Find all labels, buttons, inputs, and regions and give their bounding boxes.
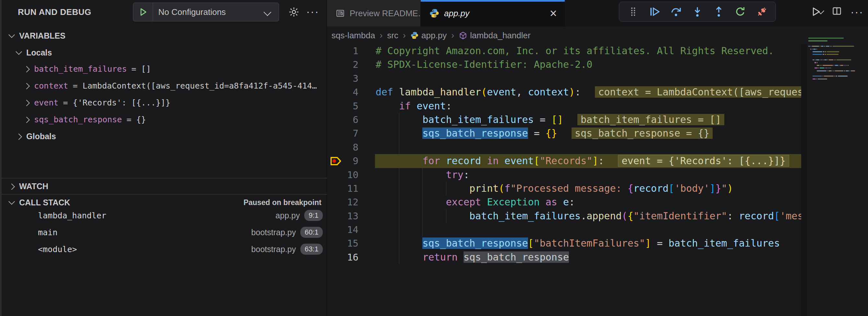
code-line[interactable]: 6batch_item_failures = []batch_item_fail… [327,113,801,127]
line-number[interactable]: 11 [327,182,359,195]
split-editor-icon[interactable] [832,6,842,18]
line-number[interactable]: 2 [327,58,359,71]
token: return [422,251,457,263]
code-line[interactable]: 4def lambda_handler(event, context):cont… [327,85,801,99]
token: : [727,210,739,222]
run-python-file-icon[interactable] [811,6,823,17]
launch-config-dropdown[interactable]: No Configurations [133,3,279,22]
chevron-right-icon [23,100,30,106]
stack-frame-row[interactable]: <module> bootstrap.py 63:1 [2,242,329,257]
code-line[interactable]: 10try: [327,168,801,182]
line-number[interactable]: 8 [327,140,359,154]
globals-group[interactable]: Globals [2,129,329,144]
call-stack-section-header[interactable]: CALL STACK Paused on breakpoint [2,195,329,210]
line-number[interactable]: 3 [327,72,359,85]
code-line[interactable]: 7sqs_batch_response = {}sqs_batch_respon… [327,127,801,140]
code-line[interactable]: 3 [327,72,801,85]
continue-icon[interactable] [645,3,664,20]
token: except [446,196,481,208]
tab-preview-readme[interactable]: Preview README.md [327,0,421,27]
line-number[interactable]: 4 [327,85,359,99]
variable-row[interactable]: batch_item_failures = [] [2,62,329,76]
variable-row[interactable]: context = LambdaContext([aws_request_id=… [2,78,329,93]
minimap-line [808,65,867,66]
variable-value: = [] [131,64,151,74]
chevron-down-icon [16,48,22,55]
token [499,155,504,166]
step-into-icon[interactable] [688,3,707,20]
stack-frame-row[interactable]: lambda_handler app.py 9:1 [2,208,329,223]
line-number[interactable]: 1 [327,44,359,58]
breadcrumb-item[interactable]: src [387,31,398,40]
chevron-separator: › [402,31,406,40]
code-line[interactable]: 13batch_item_failures.append({"itemIdent… [327,209,801,223]
minimap[interactable] [808,38,867,86]
code-editor[interactable]: 1# Copyright Amazon.com, Inc. or its aff… [327,44,801,316]
variable-row[interactable]: sqs_batch_response = {} [2,112,329,127]
code-line[interactable]: 2# SPDX-License-Identifier: Apache-2.0 [327,58,801,71]
minimap-line [808,38,867,39]
token: { [628,210,633,222]
line-number[interactable]: 6 [327,113,359,127]
variable-row[interactable]: event = {'Records': [{...}]} [2,95,329,110]
line-number[interactable]: 16 [327,250,359,264]
more-actions-icon[interactable]: ··· [850,5,864,18]
token: # Copyright Amazon.com, Inc. or its affi… [376,45,774,57]
gripper-icon[interactable] [624,3,643,20]
debug-toolbar [619,2,776,22]
code-text: except Exception as e: [376,195,575,209]
call-stack-header-label: CALL STACK [19,198,70,207]
chevron-separator: › [379,31,383,40]
tab-label: Preview README.md [350,8,432,19]
code-line[interactable]: 5if event: [327,99,801,113]
line-number[interactable]: 10 [327,168,359,182]
code-line[interactable]: 16return sqs_batch_response [327,250,801,264]
code-line[interactable]: 14 [327,223,801,236]
line-number[interactable]: 13 [327,209,359,223]
symbol-method-icon [459,31,467,40]
breadcrumb-item[interactable]: app.py [410,31,447,40]
code-line[interactable]: 11print(f"Processed message: {record['bo… [327,182,801,195]
start-debug-icon[interactable] [133,3,153,21]
code-line[interactable]: 1# Copyright Amazon.com, Inc. or its aff… [327,44,801,58]
minimap-line [808,59,867,60]
watch-section-header[interactable]: WATCH [2,179,329,193]
code-text: sqs_batch_response = {}sqs_batch_respons… [376,127,713,140]
restart-icon[interactable] [731,3,750,20]
breadcrumb-item[interactable]: lambda_handler [459,31,530,40]
inline-debug-value: sqs_batch_response = {} [571,127,713,139]
code-line[interactable]: 9for record in event["Records"]:event = … [327,154,801,168]
more-actions-icon[interactable]: ··· [304,3,321,20]
frame-position-badge: 60:1 [300,227,323,238]
breadcrumb-item[interactable]: sqs-lambda [332,31,375,40]
disconnect-icon[interactable] [752,3,771,20]
code-line[interactable]: 8 [327,140,801,154]
token [557,196,563,208]
token: sqs_batch_response [464,251,569,263]
line-number[interactable]: 12 [327,195,359,209]
python-icon [410,31,419,39]
breadcrumb: sqs-lambda › src › app.py › lambda_handl… [332,27,531,44]
code-text: # SPDX-License-Identifier: Apache-2.0 [376,58,592,71]
line-number[interactable]: 5 [327,99,359,113]
minimap-line [808,51,867,52]
variables-section-header[interactable]: VARIABLES [2,29,329,43]
line-number[interactable]: 14 [327,223,359,236]
code-text: for record in event["Records"]:event = {… [376,154,789,168]
indent-guide [399,140,399,154]
close-icon[interactable]: × [550,7,557,20]
line-number[interactable]: 7 [327,127,359,140]
code-line[interactable]: 12except Exception as e: [327,195,801,209]
step-out-icon[interactable] [709,3,728,20]
code-line[interactable]: 15sqs_batch_response["batchItemFailures"… [327,236,801,250]
stack-frame-row[interactable]: main bootstrap.py 60:1 [2,225,329,240]
tab-app-py[interactable]: app.py × [421,0,565,27]
gear-icon[interactable] [286,4,302,20]
locals-group[interactable]: Locals [2,45,329,60]
token: "Records" [540,155,593,166]
line-number[interactable]: 9 [327,154,359,168]
token: event [487,86,516,98]
step-over-icon[interactable] [666,3,685,20]
line-number[interactable]: 15 [327,236,359,250]
token [440,155,446,166]
